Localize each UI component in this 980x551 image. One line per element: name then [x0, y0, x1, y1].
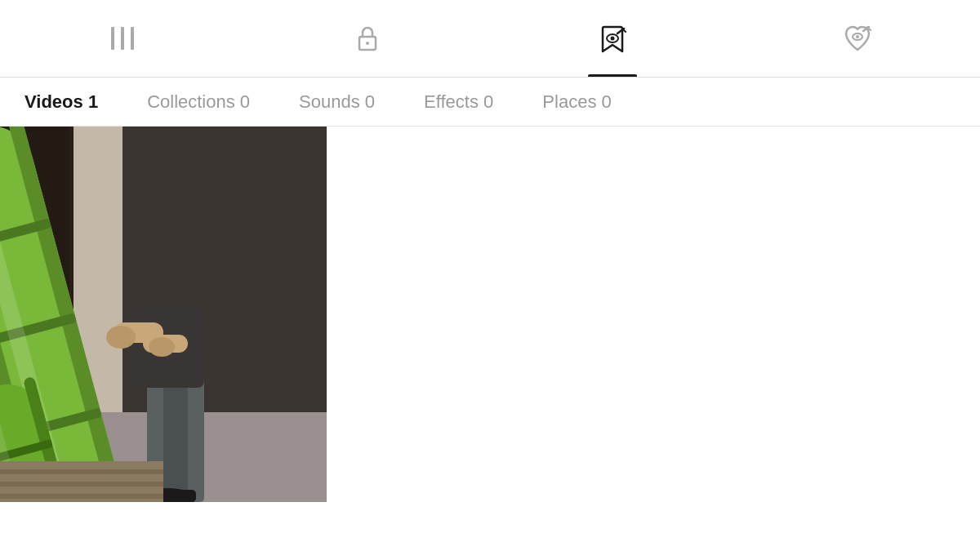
svg-rect-2 [131, 27, 134, 50]
nav-lock[interactable] [245, 0, 490, 77]
grid-icon [103, 19, 142, 58]
tab-videos[interactable]: Videos 1 [0, 78, 122, 126]
svg-rect-42 [0, 482, 163, 487]
tab-sounds[interactable]: Sounds 0 [274, 78, 399, 126]
svg-rect-1 [121, 27, 124, 50]
svg-point-10 [856, 35, 859, 38]
svg-point-4 [366, 42, 369, 45]
tab-places[interactable]: Places 0 [518, 78, 635, 126]
tab-effects[interactable]: Effects 0 [399, 78, 518, 126]
svg-rect-32 [163, 380, 188, 502]
nav-bookmark-eye[interactable] [490, 0, 735, 77]
nav-heart-eye[interactable] [735, 0, 980, 77]
tab-collections[interactable]: Collections 0 [122, 78, 274, 126]
video-thumbnail-1[interactable] [0, 127, 327, 502]
svg-rect-43 [0, 494, 163, 499]
svg-rect-41 [0, 469, 163, 474]
tab-bar: Videos 1 Collections 0 Sounds 0 Effects … [0, 78, 980, 127]
nav-grid[interactable] [0, 0, 245, 77]
bookmark-eye-icon [593, 19, 632, 58]
lock-icon [348, 19, 387, 58]
svg-point-6 [611, 37, 615, 41]
content-area [0, 127, 980, 551]
svg-point-37 [149, 337, 175, 357]
svg-rect-0 [111, 27, 114, 50]
top-navigation [0, 0, 980, 78]
svg-point-36 [106, 326, 136, 349]
heart-eye-icon [838, 19, 877, 58]
